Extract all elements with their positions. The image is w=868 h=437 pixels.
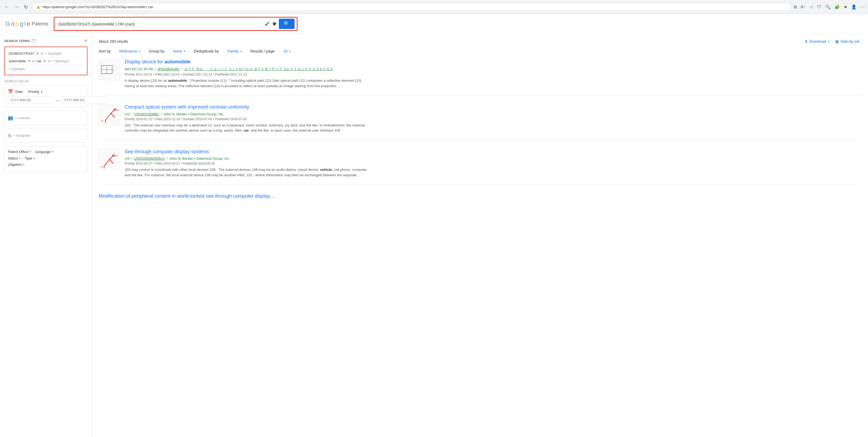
result-patent-link-3[interactable]: US20160282626A1 [134,157,165,161]
dot-3: · [168,49,169,53]
search-terms-header: SEARCH TERMS ? ✕ [4,38,88,43]
extensions-icon[interactable]: ⧉ [794,5,797,9]
deduplicate-select[interactable]: Family ▾ [228,49,242,53]
remove-automobile-button[interactable]: ✕ [28,59,31,63]
back-button[interactable]: ← [3,3,10,11]
results-per-page-label: Results / page [250,49,275,53]
side-by-side-button[interactable]: ▦ Side-by-sid [833,38,862,45]
patent-office-chevron: ▾ [29,150,31,153]
patent-office-button[interactable]: Patent Office ▾ [8,150,31,154]
status-chevron: ▾ [19,157,20,160]
logo-g: G [5,20,10,27]
result-title-2[interactable]: Compact optical system with improved con… [125,104,862,110]
result-patent-link-2[interactable]: US10012838B2 [134,112,159,116]
result-title-3[interactable]: See-through computer display systems [125,149,862,155]
google-patents-logo[interactable]: Google Patents [5,20,48,27]
refresh-button[interactable]: ↻ [23,3,29,11]
add-synonym-1[interactable]: + Synonym [45,52,61,56]
status-button[interactable]: Status ▾ [8,156,20,160]
search-bar-container: 🎤 🎓 🔍 [54,17,298,31]
svg-text:OH: OH [114,155,118,157]
side-by-side-icon: ▦ [835,39,839,43]
dot-separator-date: · [25,90,26,94]
date-from-input[interactable] [8,96,53,104]
assignee-section: ⊞ + Assignee [4,128,88,143]
star-icon[interactable]: ☆ [809,4,813,9]
help-icon[interactable]: ? [31,39,36,43]
microphone-icon[interactable]: 🎤 [265,22,269,26]
close-icon[interactable]: ✕ [84,38,88,43]
or-label-2: or [32,59,35,63]
forward-button[interactable]: → [13,3,20,11]
dot-7: · [278,49,279,53]
result-card-3: OH O See-through computer display system… [99,149,862,184]
sort-by-select[interactable]: Relevance ▾ [119,49,140,53]
dot-4: · [189,49,190,53]
bookmark-icon[interactable]: ★ [844,4,847,9]
result-meta-2: US • US10012838B2 • John N. Border • Ost… [125,112,862,116]
zoom-icon[interactable]: 🔍 [825,4,831,9]
date-label[interactable]: Date [16,90,23,94]
dot-6: · [246,49,247,53]
result-patent-link-1[interactable]: JP6248041B2 [157,67,180,71]
chevron-down-icon: ▾ [41,90,42,93]
page-wrapper: Google Patents 🎤 🎓 🔍 SEARCH TERMS ? ✕ [0,14,868,437]
lens-icon[interactable]: 🎓 [272,22,277,26]
sort-by-label: Sort by [99,49,111,53]
result-thumbnail-2: OH O [99,104,120,126]
deduplicate-chevron: ▾ [240,50,242,53]
result-dates-1: Priority 2011-10-01 • Filed 2012-10-01 •… [125,73,862,76]
litigation-button[interactable]: Litigation ▾ [8,163,24,167]
cpc-code-text: G02B2027/0147 [9,52,34,56]
shield-icon[interactable]: 🛡 [817,5,822,9]
dot-2: · [144,49,145,53]
result-countries-2: US [125,112,129,116]
address-bar[interactable]: 🔒 https://patents.google.com/?q=G02B2027… [32,3,791,11]
result-snippet-1: A display device (10) for an automobile,… [125,78,369,89]
group-by-chevron: ▾ [184,50,185,53]
result-main-2: Compact optical system with improved con… [125,104,862,133]
type-button[interactable]: Type ▾ [25,156,35,160]
result-title-1[interactable]: Display device for automobile [125,59,862,65]
assignee-icon: ⊞ [8,133,11,138]
inventor-button[interactable]: 👥 + Inventor [8,114,84,122]
language-chevron: ▾ [52,150,53,153]
result-meta-1: WO EP US JP FR • JP6248041B2 • ユーグ ガル、・ジ… [125,67,862,71]
search-icons-group: 🎤 🎓 [265,22,277,26]
result-main-3: See-through computer display systems US … [125,149,862,178]
page-header: Google Patents 🎤 🎓 🔍 [0,14,868,34]
search-terms-box: G02B2027/0147 ✕ or + Synonym automobile … [4,46,88,75]
search-input[interactable] [57,20,265,28]
results-per-page-select[interactable]: 10 ▾ [283,49,290,53]
profile-icon[interactable]: 👤 [851,4,857,9]
result-snippet-2: 102 . The external user interface may be… [125,123,369,133]
logo-e: e [27,20,30,27]
inventor-icon: 👥 [8,115,13,121]
dot-5: · [223,49,224,53]
browser-toolbar-icons: ⧉ A↑ ☆ 🛡 🔍 🧩 ★ 👤 ⋯ [794,4,865,9]
remove-car-button[interactable]: ✕ [43,59,46,63]
result-countries-1: WO EP US JP FR [125,67,153,71]
add-synonym-2[interactable]: + Synonym [52,59,68,63]
result-title-4[interactable]: Modification of peripheral content in wo… [99,193,862,199]
download-chevron: ▾ [828,40,829,43]
result-thumbnail-1: A B [99,59,120,80]
font-icon[interactable]: A↑ [801,5,806,9]
add-synonym-3[interactable]: + Synonym [9,67,25,71]
date-range-dash: — [56,98,59,102]
search-submit-button[interactable]: 🔍 [279,19,294,29]
menu-icon[interactable]: ⋯ [860,4,865,9]
download-button[interactable]: ⬇ Download ▾ [802,38,831,45]
priority-select-button[interactable]: Priority ▾ [28,90,42,94]
remove-cpc-button[interactable]: ✕ [36,52,39,56]
results-toolbar: About 293 results ⬇ Download ▾ ▦ Side-by… [99,38,862,45]
logo-o2: o [16,20,19,27]
inventor-section: 👥 + Inventor [4,111,88,125]
group-by-select[interactable]: None ▾ [173,49,185,53]
assignee-button[interactable]: ⊞ + Assignee [8,132,84,139]
language-button[interactable]: Language ▾ [35,150,53,154]
result-snippet-3: 102 may control or coordinate with other… [125,167,369,178]
svg-line-3 [101,66,107,70]
result-inventors-2: John N. Border • Osterhout Group, Inc. [163,112,224,116]
puzzle-icon[interactable]: 🧩 [834,4,840,9]
